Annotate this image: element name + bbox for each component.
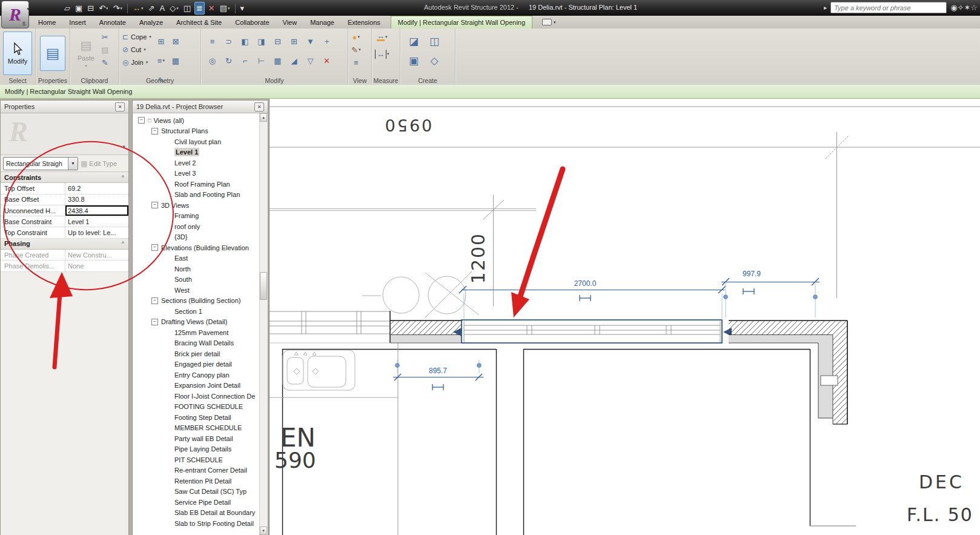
type-selector[interactable]: Rectangular Straigh ▼: [3, 157, 78, 170]
ribbon-tab[interactable]: Collaborate: [228, 16, 276, 28]
type-selector-dropdown-icon[interactable]: ▼: [68, 158, 78, 170]
trim-extend-single-icon[interactable]: ⊢: [258, 55, 265, 66]
tree-item[interactable]: − □ Brick pier detail: [133, 348, 259, 359]
mirror-draw-axis-icon[interactable]: ◨: [257, 36, 265, 47]
thin-lines-icon[interactable]: ≣▾: [194, 2, 205, 15]
demolish-icon[interactable]: ⊠▾: [172, 36, 179, 47]
tree-item[interactable]: − □ Slab and Footing Plan: [133, 190, 259, 201]
dim-label-997[interactable]: 997.9: [743, 270, 761, 278]
tree-item[interactable]: − □ West: [133, 285, 259, 296]
properties-palette-button[interactable]: ▤: [40, 36, 65, 71]
legend-component-icon[interactable]: ◇: [430, 55, 438, 66]
tree-item[interactable]: − □ Party wall EB Detail: [133, 433, 259, 444]
property-row[interactable]: Phasing ^: [1, 239, 128, 250]
tree-item[interactable]: − □ 3D Views: [133, 200, 259, 211]
tree-item[interactable]: − □ Entry Canopy plan: [133, 370, 259, 380]
ribbon-tab[interactable]: Home: [31, 16, 62, 28]
delete-icon[interactable]: ✕: [323, 55, 330, 66]
property-row[interactable]: Top Offset 69.2 ^: [1, 183, 128, 194]
tab-modify-contextual[interactable]: Modify | Rectangular Straight Wall Openi…: [391, 16, 532, 28]
tree-expander-icon[interactable]: −: [151, 319, 158, 325]
wall-segment-right[interactable]: [729, 321, 847, 424]
join-geometry-button[interactable]: ◎Join▾: [122, 57, 151, 68]
move-icon[interactable]: +: [325, 36, 329, 47]
tree-item[interactable]: − □ Slab EB Detail at Boundary: [133, 508, 259, 519]
trim-extend-corner-icon[interactable]: ⌐: [243, 55, 248, 66]
tree-item[interactable]: − □ North: [133, 264, 259, 274]
cope-button[interactable]: ⊏Cope▾: [122, 32, 151, 42]
tree-item[interactable]: − □ Level 3: [133, 168, 259, 179]
witness-grip[interactable]: [396, 364, 400, 368]
tree-item[interactable]: − □ Civil layout plan: [133, 136, 259, 147]
dimension-room[interactable]: 895.7: [393, 360, 483, 390]
tree-item[interactable]: − □ Bracing Wall Details: [133, 338, 259, 349]
reveal-hidden-elements-icon[interactable]: ●▾: [351, 32, 360, 42]
communication-center-icon[interactable]: ✶: [964, 3, 970, 12]
copy-icon[interactable]: ◎: [209, 55, 216, 66]
tree-item[interactable]: − □ PIT SCHEDULE: [133, 454, 259, 465]
property-row[interactable]: Constraints ^: [1, 172, 128, 183]
property-row[interactable]: Phase Created New Constru... ^: [1, 250, 128, 261]
wall-joins-icon[interactable]: ⊞▾: [157, 36, 164, 47]
redo-icon[interactable]: ↷▾: [112, 2, 124, 14]
rotate-icon[interactable]: ↻: [225, 55, 232, 66]
witness-grip[interactable]: [813, 295, 818, 299]
undo-icon[interactable]: ↶▾: [98, 2, 109, 14]
ribbon-tab[interactable]: Insert: [62, 16, 93, 28]
property-row[interactable]: Unconnected H... 2438.4 ^: [1, 205, 128, 216]
scrollbar-thumb[interactable]: [260, 272, 267, 300]
tree-item[interactable]: − □ Pipe Laying Details: [133, 444, 259, 455]
tree-item[interactable]: − □ Floor I-Joist Connection De: [133, 391, 259, 402]
tree-item[interactable]: − □ Engaged pier detail: [133, 359, 259, 370]
override-graphics-icon[interactable]: ✎▾: [351, 44, 360, 55]
tree-expander-icon[interactable]: −: [138, 117, 145, 124]
tree-item[interactable]: − □ Level 1: [133, 147, 259, 158]
application-menu-button[interactable]: R s ▾: [1, 1, 29, 28]
make-permanent-icon[interactable]: [743, 288, 754, 294]
scroll-up-icon[interactable]: ▲: [260, 113, 267, 122]
ribbon-tab[interactable]: View: [276, 16, 304, 28]
tree-item[interactable]: − □ South: [133, 274, 259, 285]
unpin-icon[interactable]: ▽: [308, 55, 314, 66]
tree-expander-icon[interactable]: −: [151, 297, 158, 304]
tree-item[interactable]: − □ Section 1: [133, 306, 259, 317]
aligned-dimension-icon[interactable]: ⇗▾: [147, 2, 156, 14]
tree-item[interactable]: − □ Expansion Joint Detail: [133, 380, 259, 391]
project-browser-close-icon[interactable]: ✕: [254, 102, 264, 111]
binoculars-search-icon[interactable]: ◉: [950, 3, 957, 12]
aligned-dimension-icon[interactable]: ↔▾: [375, 48, 389, 59]
section-icon[interactable]: ◫▾: [182, 2, 192, 14]
close-hidden-windows-icon[interactable]: ✕▾: [207, 2, 216, 14]
project-browser-titlebar[interactable]: 19 Delia.rvt - Project Browser ✕: [133, 101, 268, 113]
dimension-right-segment[interactable]: 997.9: [721, 270, 819, 317]
dim-label-895[interactable]: 895.7: [429, 367, 447, 375]
witness-grip[interactable]: [477, 364, 482, 368]
save-icon[interactable]: ▣▾: [74, 2, 84, 14]
create-group-icon[interactable]: ▣: [409, 55, 419, 66]
text-icon[interactable]: A▾: [158, 2, 166, 14]
search-input[interactable]: [830, 2, 947, 13]
property-row[interactable]: Top Constraint Up to level: Le... ^: [1, 227, 128, 238]
array-icon[interactable]: ▦: [274, 55, 281, 66]
scale-icon[interactable]: ◢: [291, 55, 297, 66]
qat-separator[interactable]: [235, 4, 236, 13]
tree-item[interactable]: − □ Framing: [133, 211, 259, 222]
tree-expander-icon[interactable]: −: [151, 202, 158, 208]
tree-item[interactable]: − □ Retention Pit Detail: [133, 476, 259, 487]
match-type-icon[interactable]: ✎▾: [101, 57, 108, 68]
tree-item[interactable]: − □ FOOTING SCHEDULE: [133, 402, 259, 413]
qat-customize-icon[interactable]: ▾▾: [239, 2, 246, 14]
tree-item[interactable]: − □ Elevations (Building Elevation: [133, 242, 259, 253]
make-permanent-icon[interactable]: [580, 295, 591, 301]
ribbon-display-toggle[interactable]: ▾: [538, 16, 560, 28]
split-with-gap-icon[interactable]: ⊞: [291, 36, 297, 47]
tree-item[interactable]: − □ Structural Plans: [133, 126, 259, 137]
edit-type-button[interactable]: ▦ Edit Type: [81, 159, 117, 168]
subscription-key-icon[interactable]: ✧: [958, 3, 964, 12]
selected-wall-opening[interactable]: [453, 320, 732, 343]
tree-item[interactable]: − □ Service Pipe Detail: [133, 497, 259, 508]
dimension-opening-width[interactable]: 2700.0: [459, 279, 726, 319]
selection-outline[interactable]: [462, 320, 722, 343]
tree-item[interactable]: − □ {3D}: [133, 232, 259, 243]
paste-button[interactable]: ▤ Paste ▾: [73, 32, 99, 75]
